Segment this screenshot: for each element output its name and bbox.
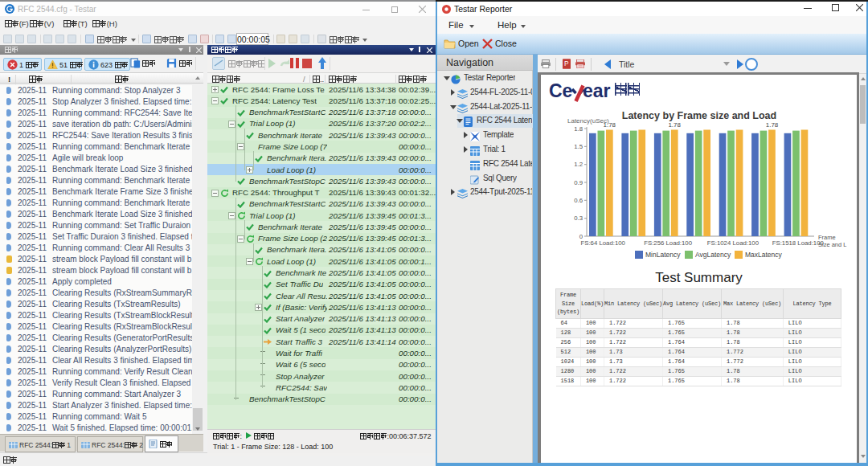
- svg-text:1.8: 1.8: [574, 125, 583, 133]
- svg-text:1.2: 1.2: [574, 161, 583, 168]
- svg-text:MaxLatency: MaxLatency: [745, 251, 783, 259]
- svg-text:FS:64 Load:100: FS:64 Load:100: [580, 239, 625, 247]
- svg-text:Size and L: Size and L: [818, 241, 846, 248]
- svg-text:0.3: 0.3: [574, 215, 583, 222]
- svg-text:AvgLatency: AvgLatency: [695, 251, 731, 259]
- svg-text:1.78: 1.78: [766, 121, 779, 129]
- svg-text:MinLatency: MinLatency: [645, 251, 681, 259]
- svg-text:Frame: Frame: [818, 234, 836, 241]
- svg-text:1.78: 1.78: [668, 121, 681, 129]
- svg-text:0.6: 0.6: [574, 197, 583, 204]
- svg-text:0.9: 0.9: [574, 179, 583, 186]
- svg-text:Latency by Frame size and Load: Latency by Frame size and Load: [622, 110, 776, 121]
- svg-text:FS:1024 Load:100: FS:1024 Load:100: [707, 239, 760, 247]
- svg-text:FS:256 Load:100: FS:256 Load:100: [644, 239, 692, 247]
- svg-text:1.5: 1.5: [574, 143, 583, 150]
- svg-text:FS:1518 Load:100: FS:1518 Load:100: [772, 239, 825, 247]
- svg-text:1.78: 1.78: [604, 121, 616, 129]
- svg-text:P: P: [564, 59, 569, 67]
